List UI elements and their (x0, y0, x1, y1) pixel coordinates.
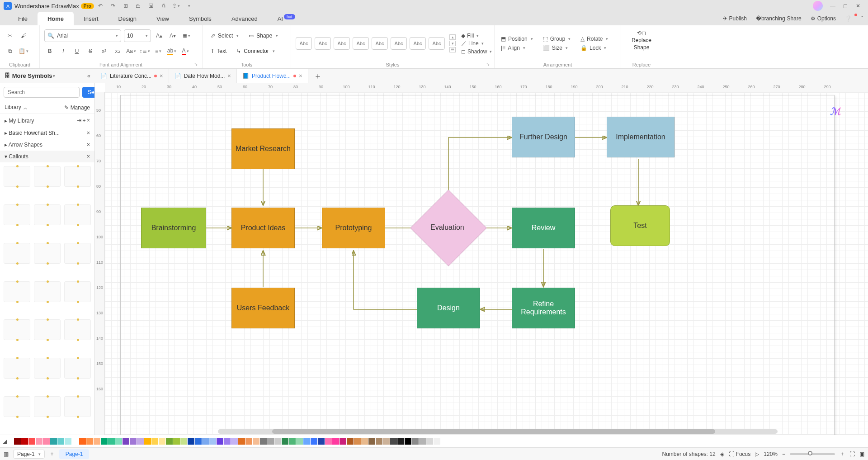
page-tab[interactable]: Page-1 (59, 449, 90, 459)
color-swatch[interactable] (217, 438, 223, 445)
menu-home[interactable]: Home (38, 12, 74, 25)
color-swatch[interactable] (130, 438, 137, 445)
style-swatch[interactable]: Abc (315, 37, 331, 50)
add-page-button[interactable]: ＋ (49, 450, 55, 458)
menu-insert[interactable]: Insert (74, 12, 108, 25)
color-swatch[interactable] (282, 438, 288, 445)
color-swatch[interactable] (151, 438, 158, 445)
color-swatch[interactable] (180, 438, 187, 445)
shape-thumbnail[interactable] (34, 396, 61, 417)
shape-thumbnail[interactable] (4, 396, 30, 417)
color-swatch[interactable] (21, 438, 28, 445)
paste-button[interactable]: 📋▾ (18, 46, 29, 57)
shape-thumbnail[interactable] (34, 358, 61, 379)
color-swatch[interactable] (43, 438, 50, 445)
share-button[interactable]: �branching Share (751, 12, 806, 25)
node-users-feedback[interactable]: Users Feedback (231, 288, 295, 328)
menu-advanced[interactable]: Advanced (222, 12, 268, 25)
remove-icon[interactable]: × (87, 117, 90, 123)
connector-tool[interactable]: ↳ Connector▾ (233, 45, 278, 57)
color-swatch[interactable] (28, 438, 35, 445)
color-swatch[interactable] (72, 438, 79, 445)
zoom-slider[interactable] (790, 453, 835, 455)
shape-thumbnail[interactable] (34, 204, 61, 225)
close-tab-button[interactable]: × (299, 72, 302, 79)
align-button[interactable]: ≣▾ (181, 30, 192, 41)
style-swatch[interactable]: Abc (334, 37, 350, 50)
color-swatch[interactable] (224, 438, 231, 445)
canvas[interactable]: ℳ Market Research Brainstorming Product … (105, 92, 868, 435)
fit-width-button[interactable]: ▣ (859, 451, 864, 457)
shape-thumbnail[interactable] (4, 204, 30, 225)
node-design[interactable]: Design (417, 288, 480, 328)
select-tool[interactable]: ⬀ Select▾ (207, 29, 242, 42)
menu-file[interactable]: File (8, 12, 38, 25)
style-swatch[interactable]: Abc (372, 37, 388, 50)
position-button[interactable]: ⬒ Position▾ (499, 35, 535, 43)
add-icon[interactable]: ＋ (81, 117, 87, 123)
menu-symbols[interactable]: Symbols (179, 12, 222, 25)
color-swatch[interactable] (144, 438, 151, 445)
color-swatch[interactable] (318, 438, 325, 445)
gallery-down[interactable]: ▾ (449, 41, 456, 46)
search-input[interactable] (4, 87, 80, 98)
superscript-button[interactable]: x² (99, 46, 109, 57)
color-swatch[interactable] (137, 438, 144, 445)
shape-thumbnail[interactable] (34, 243, 61, 264)
color-swatch[interactable] (296, 438, 303, 445)
shape-thumbnail[interactable] (64, 319, 91, 340)
color-swatch[interactable] (347, 438, 354, 445)
library-label[interactable]: Library (5, 104, 21, 110)
lib-group[interactable]: ▾ Callouts× (0, 151, 94, 162)
shape-thumbnail[interactable] (4, 319, 30, 340)
shape-thumbnail[interactable] (64, 396, 91, 417)
search-button[interactable]: Search (82, 87, 95, 98)
manage-button[interactable]: ✎ Manage (64, 104, 90, 111)
strike-button[interactable]: S (85, 46, 96, 57)
copy-button[interactable]: ⧉ (5, 46, 15, 57)
add-tab-button[interactable]: ＋ (308, 69, 327, 83)
open-button[interactable]: 🗀 (133, 1, 143, 11)
node-further-design[interactable]: Further Design (512, 117, 575, 157)
shape-thumbnail[interactable] (4, 358, 30, 379)
color-swatch[interactable] (166, 438, 173, 445)
color-swatch[interactable] (173, 438, 180, 445)
group-button[interactable]: ⬚ Group▾ (541, 35, 572, 43)
scrollbar-thumb[interactable] (272, 429, 715, 434)
color-swatch[interactable] (390, 438, 397, 445)
color-swatch[interactable] (86, 438, 93, 445)
text-tool[interactable]: T Text (207, 45, 230, 57)
color-swatch[interactable] (376, 438, 382, 445)
color-swatch[interactable] (361, 438, 368, 445)
color-swatch[interactable] (79, 438, 86, 445)
color-swatch[interactable] (57, 438, 64, 445)
zoom-out-button[interactable]: − (782, 451, 785, 457)
close-icon[interactable]: × (87, 153, 90, 160)
color-swatch[interactable] (325, 438, 332, 445)
color-swatch[interactable] (311, 438, 317, 445)
shrink-font-button[interactable]: A▾ (167, 30, 178, 41)
page-picker[interactable]: Page-1 ▾ (13, 450, 45, 459)
zoom-thumb[interactable] (808, 451, 812, 455)
color-swatch[interactable] (94, 438, 100, 445)
node-implementation[interactable]: Implementation (607, 117, 675, 157)
subscript-button[interactable]: x₂ (112, 46, 123, 57)
size-button[interactable]: ⬜ Size▾ (541, 44, 572, 52)
fit-page-button[interactable]: ⛶ (849, 451, 855, 457)
style-swatch[interactable]: Abc (391, 37, 407, 50)
shape-thumbnail[interactable] (64, 166, 91, 187)
color-swatch[interactable] (245, 438, 252, 445)
options-button[interactable]: ⚙ Options (806, 12, 840, 25)
rotate-button[interactable]: △ Rotate▾ (579, 35, 610, 43)
node-refine-requirements[interactable]: Refine Requirements (512, 288, 575, 328)
color-swatch[interactable] (108, 438, 115, 445)
gallery-up[interactable]: ▴ (449, 34, 456, 40)
paint-bucket-icon[interactable]: ◢ (3, 438, 12, 445)
color-swatch[interactable] (274, 438, 281, 445)
save-button[interactable]: 🖫 (146, 1, 156, 11)
color-swatch[interactable] (238, 438, 245, 445)
color-swatch[interactable] (368, 438, 375, 445)
menu-view[interactable]: View (146, 12, 179, 25)
highlight-button[interactable]: ab▾ (166, 46, 177, 57)
font-dialog-launcher[interactable]: ↘ (194, 62, 198, 66)
